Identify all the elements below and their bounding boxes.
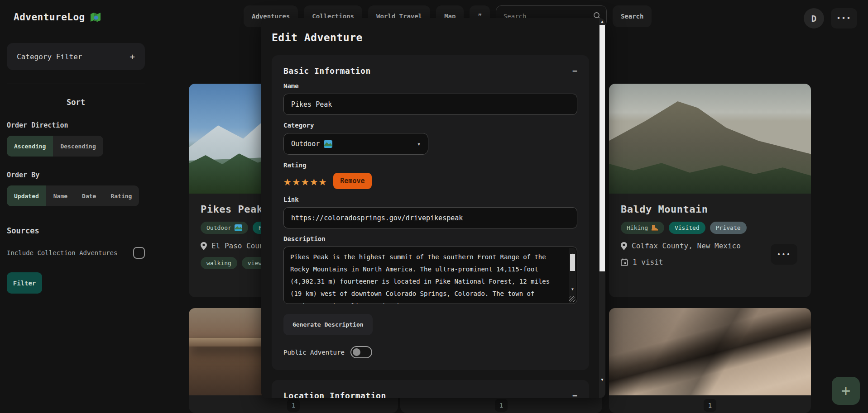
scroll-down-icon[interactable]: ▼ bbox=[599, 378, 605, 382]
image-count-badge: 1 bbox=[287, 399, 300, 412]
collapse-icon[interactable]: − bbox=[572, 66, 577, 76]
resize-handle[interactable] bbox=[569, 296, 575, 302]
order-direction-descending[interactable]: Descending bbox=[53, 136, 103, 157]
sidebar: Category Filter + Sort Order Direction A… bbox=[7, 43, 145, 294]
visits-text: 1 visit bbox=[633, 258, 663, 266]
park-icon bbox=[235, 224, 242, 231]
order-direction-group: Ascending Descending bbox=[7, 136, 103, 157]
image-count-badge: 1 bbox=[704, 176, 716, 188]
public-adventure-row: Public Adventure bbox=[283, 346, 577, 358]
chevron-down-icon: ▾ bbox=[417, 141, 421, 147]
park-icon bbox=[324, 140, 332, 148]
remove-rating-button[interactable]: Remove bbox=[333, 173, 371, 189]
category-badge: Hiking bbox=[621, 222, 664, 234]
map-pin-icon bbox=[621, 242, 627, 250]
description-text: Pikes Peak is the highest summit of the … bbox=[290, 253, 550, 304]
link-label: Link bbox=[283, 196, 577, 203]
app: AdventureLog Adventures Collections Worl… bbox=[0, 0, 868, 413]
section-title: Location Information bbox=[283, 391, 386, 398]
category-select[interactable]: Outdoor ▾ bbox=[283, 133, 428, 155]
order-by-date[interactable]: Date bbox=[75, 185, 103, 206]
include-collection-label: Include Collection Adventures bbox=[7, 249, 117, 256]
map-icon bbox=[90, 12, 101, 23]
brand[interactable]: AdventureLog bbox=[14, 12, 101, 23]
category-filter-label: Category Filter bbox=[17, 52, 82, 61]
add-adventure-fab[interactable]: + bbox=[832, 377, 860, 405]
card-bottom-right-body: 1 bbox=[609, 395, 811, 412]
card-bottom-right[interactable]: 1 bbox=[609, 308, 811, 413]
order-direction-label: Order Direction bbox=[7, 121, 145, 129]
private-badge: Private bbox=[710, 222, 747, 234]
scrollbar-thumb[interactable] bbox=[599, 25, 605, 271]
rating-label: Rating bbox=[283, 161, 577, 169]
modal-title: Edit Adventure bbox=[272, 32, 589, 43]
sort-title: Sort bbox=[7, 98, 145, 107]
avatar[interactable]: D bbox=[804, 8, 824, 28]
rating-row: ★★★★★ Remove bbox=[283, 173, 577, 189]
section-header: Location Information − bbox=[283, 391, 577, 398]
map-pin-icon bbox=[201, 242, 207, 250]
order-by-group: Updated Name Date Rating bbox=[7, 185, 139, 206]
edit-adventure-modal: Edit Adventure Basic Information − Name … bbox=[261, 18, 605, 398]
badge-label: Visited bbox=[675, 224, 700, 231]
ellipsis-icon: ••• bbox=[836, 14, 851, 23]
navbar-overflow-button[interactable]: ••• bbox=[831, 8, 857, 28]
collapse-icon[interactable]: − bbox=[572, 391, 577, 398]
tag: walking bbox=[201, 257, 237, 269]
badge-label: Outdoor bbox=[206, 224, 231, 231]
divider bbox=[7, 84, 145, 84]
order-by-rating[interactable]: Rating bbox=[103, 185, 139, 206]
location-text: Colfax County, New Mexico bbox=[632, 242, 741, 250]
visited-badge: Visited bbox=[669, 222, 705, 234]
card-baldy-mountain[interactable]: 1 Baldy Mountain Hiking Visited Private bbox=[609, 84, 811, 297]
card-title: Baldy Mountain bbox=[621, 204, 799, 215]
section-header: Basic Information − bbox=[283, 66, 577, 76]
link-field[interactable] bbox=[283, 207, 577, 228]
category-filter-toggle[interactable]: Category Filter + bbox=[7, 43, 145, 70]
calendar-icon bbox=[621, 258, 628, 266]
toggle-knob bbox=[353, 348, 360, 356]
location-text: El Paso Coun bbox=[211, 242, 264, 250]
filter-button[interactable]: Filter bbox=[7, 272, 42, 294]
navbar-right: D ••• bbox=[804, 8, 857, 28]
include-collection-checkbox[interactable] bbox=[133, 247, 145, 259]
location-information-section: Location Information − Location bbox=[272, 380, 589, 398]
badge-label: Private bbox=[716, 224, 741, 231]
brand-name: AdventureLog bbox=[14, 12, 85, 23]
basic-information-section: Basic Information − Name Category Outdoo… bbox=[272, 55, 589, 370]
baldy-mountain-photo: 1 bbox=[609, 84, 811, 194]
order-by-updated[interactable]: Updated bbox=[7, 185, 46, 206]
generate-description-button[interactable]: Generate Description bbox=[283, 314, 373, 335]
public-adventure-toggle[interactable] bbox=[350, 346, 372, 358]
order-by-name[interactable]: Name bbox=[46, 185, 75, 206]
plus-icon: + bbox=[130, 52, 135, 62]
public-adventure-label: Public Adventure bbox=[283, 349, 345, 356]
description-textarea[interactable]: Pikes Peak is the highest summit of the … bbox=[283, 247, 577, 304]
name-field[interactable] bbox=[283, 94, 577, 115]
scroll-up-icon[interactable]: ▲ bbox=[599, 19, 605, 24]
image-count-badge: 1 bbox=[704, 399, 716, 412]
category-value: Outdoor bbox=[291, 140, 320, 148]
image-count-badge: 1 bbox=[495, 399, 508, 412]
badge-label: Hiking bbox=[627, 224, 648, 231]
baldy-mountain-body: Baldy Mountain Hiking Visited Private bbox=[609, 194, 811, 276]
scrollbar-thumb[interactable] bbox=[570, 254, 575, 271]
order-by-label: Order By bbox=[7, 171, 145, 179]
star-rating[interactable]: ★★★★★ bbox=[283, 175, 327, 188]
badge-row: Hiking Visited Private bbox=[621, 222, 799, 234]
category-label: Category bbox=[283, 122, 577, 129]
scroll-down-icon[interactable]: ▼ bbox=[569, 283, 576, 295]
card-menu-button[interactable]: ••• bbox=[771, 244, 797, 265]
dunes-photo bbox=[609, 308, 811, 395]
include-collection-row: Include Collection Adventures bbox=[7, 247, 145, 259]
search-button[interactable]: Search bbox=[613, 5, 652, 27]
modal-scrollbar[interactable]: ▲ ▼ bbox=[599, 18, 605, 398]
order-direction-ascending[interactable]: Ascending bbox=[7, 136, 53, 157]
name-label: Name bbox=[283, 82, 577, 90]
textarea-scrollbar[interactable]: ▲ ▼ bbox=[569, 248, 576, 303]
category-badge: Outdoor bbox=[201, 222, 248, 234]
ellipsis-icon: ••• bbox=[777, 251, 791, 258]
sources-label: Sources bbox=[7, 226, 145, 235]
boot-icon bbox=[651, 225, 658, 231]
description-label: Description bbox=[283, 235, 577, 242]
